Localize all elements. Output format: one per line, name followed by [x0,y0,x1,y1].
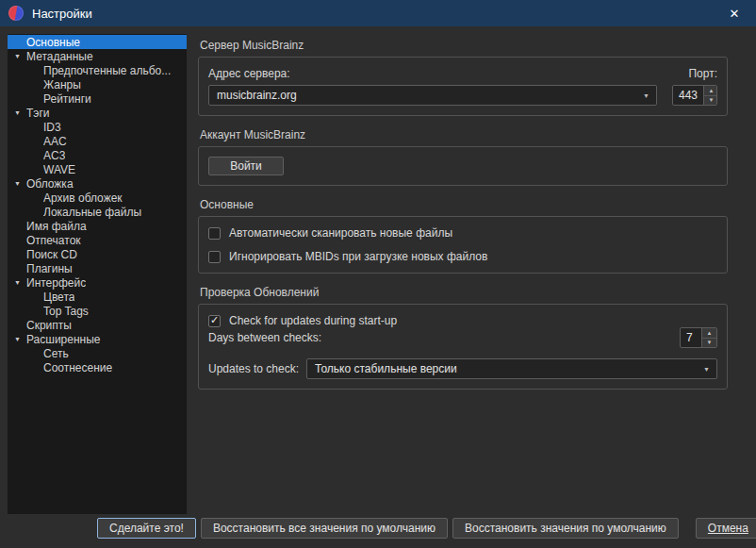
server-group: Сервер MusicBrainz Адрес сервера: Порт: … [198,39,728,116]
dialog-body: Основные▼МетаданныеПредпочтенные альбо..… [0,26,756,514]
spin-down-icon[interactable]: ▼ [704,95,717,106]
tree-item[interactable]: AAC [8,134,187,148]
settings-page-general: Сервер MusicBrainz Адрес сервера: Порт: … [198,34,728,514]
tree-item-label: Плагины [26,262,73,275]
server-groupbox: Адрес сервера: Порт: musicbrainz.org ▼ 4… [198,57,728,116]
checkbox-box [208,227,221,240]
tree-item[interactable]: ▼Расширенные [8,332,187,346]
tree-item-label: Цвета [43,291,74,304]
account-groupbox: Войти [198,146,728,186]
checkbox-auto-scan[interactable]: Автоматически сканировать новые файлы [208,226,717,240]
days-value: 7 [681,328,701,347]
tree-item-label: Интерфейс [26,276,86,290]
tree-item-label: Жанры [43,78,81,91]
cancel-button[interactable]: Отмена [696,518,756,539]
picard-app-icon [8,6,24,21]
tree-item-label: Предпочтенные альбо... [43,64,171,77]
updates-group: Проверка Обновлений ✓ Check for updates … [198,286,728,390]
updates-to-check-combobox[interactable]: Только стабильные версии ▼ [306,358,717,379]
general-groupbox: Автоматически сканировать новые файлы Иг… [198,216,728,274]
footer-buttons: Сделайте это! Восстановить все значения … [0,514,756,548]
tree-item[interactable]: Архив обложек [8,191,187,205]
days-between-checks-label: Days between checks: [208,331,321,344]
tree-item[interactable]: Соотнесение [8,360,187,374]
port-value: 443 [673,86,703,105]
tree-item[interactable]: ID3 [8,120,187,134]
tree-item[interactable]: Плагины [8,261,187,275]
tree-item[interactable]: AC3 [8,148,187,162]
tree-item[interactable]: ▼Интерфейс [8,275,187,290]
branch-expanded-icon[interactable]: ▼ [8,279,26,286]
tree-item-label: Сеть [43,347,69,360]
tree-item-label: WAVE [43,163,75,176]
server-address-label: Адрес сервера: [208,67,657,80]
tree-item[interactable]: Имя файла [8,219,187,233]
titlebar: Настройки ✕ [0,0,756,26]
tree-item[interactable]: Top Tags [8,304,187,318]
restore-defaults-button[interactable]: Восстановить значения по умолчанию [452,518,679,539]
tree-item[interactable]: Скрипты [8,318,187,332]
server-group-title: Сервер MusicBrainz [200,39,728,52]
checkbox-check-updates[interactable]: ✓ Check for updates during start-up [208,314,717,327]
tree-item-label: ID3 [43,121,61,134]
tree-item-label: Рейтинги [43,92,91,106]
spin-down-icon[interactable]: ▼ [702,338,716,348]
window-title: Настройки [32,7,92,21]
tree-item[interactable]: Локальные файлы [8,205,187,219]
tree-item[interactable]: Поиск CD [8,247,187,261]
tree-item[interactable]: Рейтинги [8,91,187,106]
tree-item[interactable]: WAVE [8,162,187,176]
tree-item-label: Скрипты [26,319,72,332]
tree-item[interactable]: ▼Тэги [8,106,187,120]
close-icon: ✕ [730,7,740,21]
tree-item-label: Обложка [26,177,74,191]
checkbox-label: Автоматически сканировать новые файлы [229,226,452,240]
tree-item-label: Тэги [26,107,50,120]
checkbox-label: Игнорировать MBIDs при загрузке новых фа… [229,250,487,263]
tree-item-label: Поиск CD [26,248,77,261]
server-address-combobox[interactable]: musicbrainz.org ▼ [208,85,657,106]
updates-groupbox: ✓ Check for updates during start-up Days… [198,304,728,390]
branch-expanded-icon[interactable]: ▼ [8,109,26,116]
tree-item-label: AAC [43,135,67,148]
tree-item-label: Метаданные [26,50,93,63]
updates-group-title: Проверка Обновлений [200,286,728,299]
branch-expanded-icon[interactable]: ▼ [8,180,26,187]
port-label: Порт: [672,67,717,80]
days-spinbox[interactable]: 7 ▲ ▼ [680,327,717,348]
port-spinbox[interactable]: 443 ▲ ▼ [672,85,717,106]
spin-buttons: ▲ ▼ [703,86,717,105]
tree-item-label: Расширенные [26,333,101,346]
branch-expanded-icon[interactable]: ▼ [8,336,26,342]
general-group-title: Основные [200,198,728,211]
branch-expanded-icon[interactable]: ▼ [8,53,26,59]
days-between-checks-row: Days between checks: 7 ▲ ▼ [208,327,717,348]
settings-tree: Основные▼МетаданныеПредпочтенные альбо..… [8,34,187,514]
spin-buttons: ▲ ▼ [701,328,716,347]
make-it-so-button[interactable]: Сделайте это! [97,518,196,539]
tree-item[interactable]: Жанры [8,77,187,91]
login-button[interactable]: Войти [208,157,284,175]
checkbox-label: Check for updates during start-up [229,314,397,327]
updates-to-check-value: Только стабильные версии [315,362,457,375]
tree-item[interactable]: ▼Обложка [8,176,187,191]
checkbox-box [208,251,221,263]
spin-up-icon[interactable]: ▲ [704,86,717,95]
checkbox-ignore-mbids[interactable]: Игнорировать MBIDs при загрузке новых фа… [208,250,717,263]
tree-item[interactable]: Сеть [8,346,187,360]
close-button[interactable]: ✕ [713,0,756,26]
chevron-down-icon: ▼ [643,92,649,99]
tree-item-label: Соотнесение [43,361,112,374]
tree-item[interactable]: Основные [8,35,187,49]
tree-item[interactable]: Цвета [8,290,187,304]
chevron-down-icon: ▼ [703,366,710,373]
tree-item[interactable]: ▼Метаданные [8,49,187,63]
tree-item[interactable]: Отпечаток [8,233,187,247]
tree-item[interactable]: Предпочтенные альбо... [8,63,187,77]
restore-all-defaults-button[interactable]: Восстановить все значения по умолчанию [201,518,448,539]
tree-item-label: Основные [26,36,80,49]
tree-item-label: Имя файла [26,220,87,233]
tree-item-label: AC3 [43,149,65,162]
spin-up-icon[interactable]: ▲ [702,328,716,338]
tree-item-label: Архив обложек [43,191,123,205]
